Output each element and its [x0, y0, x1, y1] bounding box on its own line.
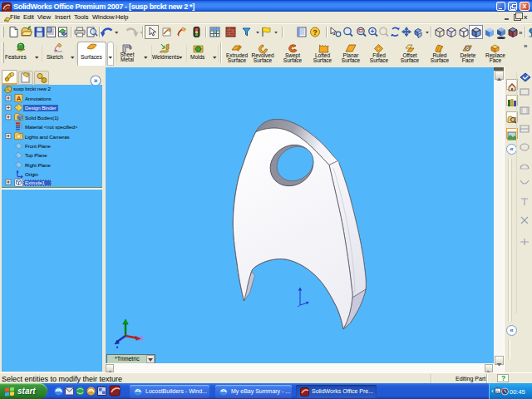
svg-text:?: ? [313, 28, 318, 37]
svg-text:»: » [94, 76, 98, 85]
svg-text:»: » [524, 42, 528, 50]
svg-text:A: A [17, 95, 22, 102]
svg-text:»: » [519, 29, 523, 37]
